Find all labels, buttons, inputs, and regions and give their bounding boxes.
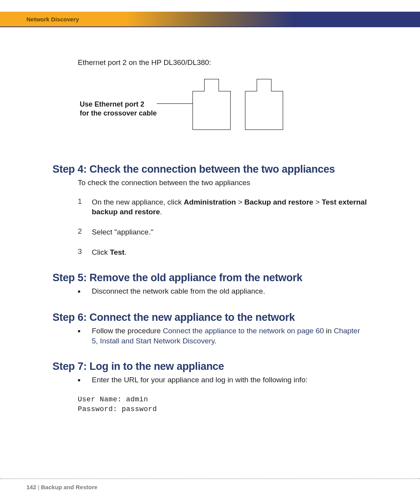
item-number: 3 <box>78 247 83 257</box>
port-diagram: Use Ethernet port 2 for the crossover ca… <box>80 79 368 141</box>
step4-list: 1 On the new appliance, click Administra… <box>78 197 368 257</box>
list-item: 1 On the new appliance, click Administra… <box>78 197 368 217</box>
ethernet-port-icon <box>245 91 283 130</box>
page-number: 142 <box>26 484 36 490</box>
footer-sep: | <box>36 484 41 490</box>
cross-ref-link[interactable]: Connect the appliance to the network on … <box>163 327 324 335</box>
step7-list: ■ Enter the URL for your appliance and l… <box>78 375 368 385</box>
leader-line <box>157 103 192 104</box>
item-text: Select "appliance." <box>92 227 368 237</box>
list-item: 3 Click Test. <box>78 247 368 257</box>
step7-heading: Step 7: Log in to the new appliance <box>52 360 368 373</box>
page-footer: 142 | Backup and Restore <box>0 478 420 504</box>
list-item: ■ Disconnect the network cable from the … <box>78 286 368 297</box>
item-number: 2 <box>78 227 83 237</box>
header-title: Network Discovery <box>26 16 79 23</box>
list-item: ■ Follow the procedure Connect the appli… <box>78 326 368 346</box>
bullet-icon: ■ <box>78 326 83 346</box>
step6-heading: Step 6: Connect the new appliance to the… <box>52 312 368 324</box>
intro-text: Ethernet port 2 on the HP DL360/DL380: <box>78 58 368 67</box>
page-content: Ethernet port 2 on the HP DL360/DL380: U… <box>0 27 420 414</box>
item-text: On the new appliance, click Administrati… <box>92 197 368 217</box>
credentials-block: User Name: admin Password: password <box>78 395 368 414</box>
password-line: Password: password <box>78 404 368 414</box>
bullet-icon: ■ <box>78 286 83 297</box>
item-number: 1 <box>78 197 83 217</box>
ethernet-port-icon <box>192 91 231 130</box>
step5-heading: Step 5: Remove the old appliance from th… <box>52 272 368 284</box>
item-text: Click Test. <box>92 247 368 257</box>
step6-list: ■ Follow the procedure Connect the appli… <box>78 326 368 346</box>
diagram-label-line1: Use Ethernet port 2 <box>80 100 144 108</box>
diagram-label-line2: for the crossover cable <box>80 109 157 117</box>
username-line: User Name: admin <box>78 395 368 404</box>
step4-heading: Step 4: Check the connection between the… <box>52 163 368 175</box>
item-text: Enter the URL for your appliance and log… <box>92 375 368 385</box>
item-text: Disconnect the network cable from the ol… <box>92 286 368 297</box>
page-header: Network Discovery <box>0 12 420 27</box>
bullet-icon: ■ <box>78 375 83 385</box>
list-item: ■ Enter the URL for your appliance and l… <box>78 375 368 385</box>
item-text: Follow the procedure Connect the applian… <box>92 326 368 346</box>
step5-list: ■ Disconnect the network cable from the … <box>78 286 368 297</box>
list-item: 2 Select "appliance." <box>78 227 368 237</box>
diagram-label: Use Ethernet port 2 for the crossover ca… <box>80 100 157 118</box>
step4-para: To check the connection between the two … <box>78 178 368 188</box>
chapter-name: Backup and Restore <box>41 484 97 490</box>
